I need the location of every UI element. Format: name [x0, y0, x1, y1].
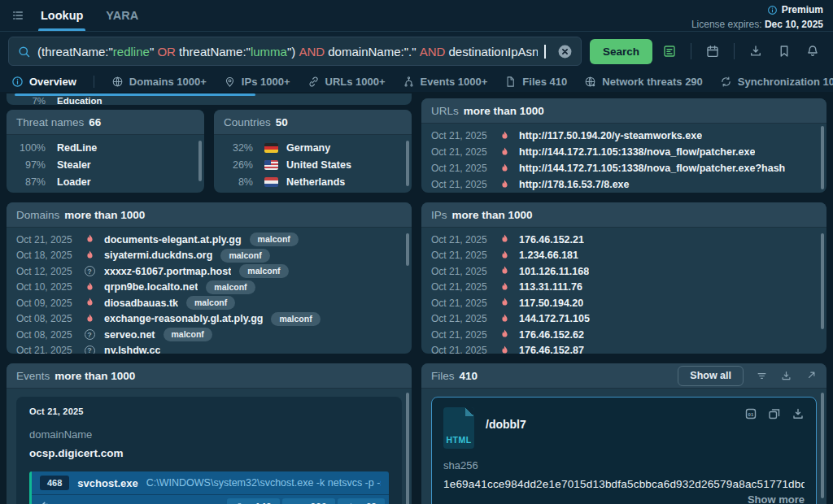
feed-value[interactable]: 117.50.194.20 [519, 298, 583, 309]
clipped-row-percent: 7% [16, 96, 46, 105]
tab-yara[interactable]: YARA [106, 0, 138, 31]
nav-tab-ips[interactable]: IPs 1000+ [224, 76, 290, 88]
show-all-button[interactable]: Show all [678, 366, 744, 386]
feed-row[interactable]: Oct 21, 2025 documents-elegant.at.ply.gg… [7, 232, 412, 248]
feed-row[interactable]: Oct 21, 2025 113.31.111.76 [421, 280, 826, 296]
process-stat-chip[interactable]: 330 [282, 498, 335, 504]
globe-icon [111, 76, 124, 88]
feed-row[interactable]: Oct 21, 2025 http://178.16.53.7/8.exe [421, 176, 826, 193]
feed-value[interactable]: http://144.172.71.105:1338/nova_flow/pat… [519, 146, 755, 158]
search-query[interactable]: (threatName:"redline" OR threatName:"lum… [37, 45, 538, 59]
feed-value[interactable]: qrpn9be.localto.net [104, 281, 198, 293]
feed-row[interactable]: Oct 21, 2025 117.50.194.20 [421, 295, 826, 311]
filter-icon[interactable] [756, 370, 768, 382]
feed-value[interactable]: 113.31.111.76 [519, 281, 582, 293]
calendar-icon[interactable] [705, 44, 720, 59]
download-icon[interactable] [780, 370, 792, 382]
threat-name-row[interactable]: 87% Loader [7, 173, 204, 190]
process-stat-chip[interactable]: 69 [338, 498, 385, 504]
clear-search-icon[interactable] [557, 44, 573, 59]
scrollbar-thumb[interactable] [821, 233, 824, 329]
menu-icon[interactable] [11, 9, 24, 22]
feed-value[interactable]: http://117.50.194.20/y-steamworks.exe [519, 130, 702, 141]
threat-name-row[interactable]: 100% RedLine [7, 139, 204, 156]
threat-name-row[interactable]: 97% Stealer [7, 156, 204, 173]
process-stat-chip[interactable]: 148 [227, 498, 280, 504]
nav-tab-domains[interactable]: Domains 1000+ [111, 76, 207, 88]
nav-tab-files[interactable]: Files 410 [504, 76, 567, 88]
query-segment: AND [420, 45, 446, 59]
card-title: URLs [431, 105, 459, 117]
file-name[interactable]: /dobbl7 [486, 418, 526, 431]
feed-row[interactable]: Oct 21, 2025 ? ny.lshdw.cc [7, 343, 412, 354]
feed-row[interactable]: Oct 21, 2025 144.172.71.105 [421, 311, 826, 328]
nav-tab-overview[interactable]: Overview [11, 76, 76, 88]
tab-lookup[interactable]: Lookup [41, 0, 83, 31]
file-result-panel[interactable]: HTML /dobbl7 01 sha256 1e69a41cce984dd2e… [431, 397, 817, 504]
scrollbar-thumb[interactable] [821, 126, 824, 189]
hash-copy-icon[interactable]: 01 [744, 407, 757, 420]
event-entry[interactable]: Oct 21, 2025 domainName ocsp.digicert.co… [16, 397, 402, 504]
search-input[interactable]: (threatName:"redline" OR threatName:"lum… [8, 37, 582, 66]
feed-value[interactable]: 101.126.11.168 [519, 266, 589, 277]
feed-row[interactable]: Oct 21, 2025 1.234.66.181 [421, 248, 826, 264]
query-builder-icon[interactable] [662, 44, 677, 59]
feed-row[interactable]: Oct 21, 2025 http://144.172.71.105:1338/… [421, 160, 826, 176]
threat-name-row[interactable]: 74% Amadey [7, 190, 204, 193]
feed-value[interactable]: http://144.172.71.105:1338/nova_flow/pat… [519, 163, 785, 174]
feed-row[interactable]: Oct 21, 2025 176.46.152.21 [421, 232, 826, 248]
feed-row[interactable]: Oct 21, 2025 176.46.152.62 [421, 327, 826, 343]
scrollbar-thumb[interactable] [406, 393, 409, 504]
feed-row[interactable]: Oct 08, 2025 ? serveo.net malconf [7, 327, 412, 343]
nav-tab-network-threats[interactable]: Network threats 290 [584, 76, 703, 88]
open-task-icon[interactable] [768, 407, 781, 420]
nav-tab-urls[interactable]: URLs 1000+ [307, 76, 386, 88]
bookmark-icon[interactable] [777, 44, 792, 59]
export-icon[interactable] [748, 44, 763, 59]
feed-value[interactable]: 1.234.66.181 [519, 250, 578, 261]
feed-value[interactable]: diosadbauas.tk [104, 298, 178, 309]
notifications-icon[interactable] [805, 44, 820, 59]
scrollbar-thumb[interactable] [198, 141, 202, 181]
feed-row[interactable]: Oct 21, 2025 http://144.172.71.105:1338/… [421, 144, 826, 160]
feed-value[interactable]: siyatermi.duckdns.org [104, 250, 212, 261]
country-row[interactable]: 5% Philippines [214, 190, 412, 193]
feed-value[interactable]: ny.lshdw.cc [104, 345, 160, 354]
feed-row[interactable]: Oct 21, 2025 176.46.152.87 [421, 343, 826, 354]
premium-info-icon[interactable] [767, 5, 778, 15]
country-row[interactable]: 32% Germany [214, 139, 412, 156]
feed-row[interactable]: Oct 12, 2025 ? xxxxz-61067.portmap.host … [7, 263, 412, 280]
download-file-icon[interactable] [792, 407, 805, 420]
card-count: more than 1000 [452, 209, 533, 221]
country-row[interactable]: 26% United States [214, 156, 412, 173]
feed-row[interactable]: Oct 10, 2025 qrpn9be.localto.net malconf [7, 280, 412, 296]
feed-row[interactable]: Oct 21, 2025 101.126.11.168 [421, 263, 826, 280]
scrollbar-thumb[interactable] [406, 233, 409, 266]
feed-value[interactable]: 176.46.152.62 [519, 329, 584, 341]
feed-row[interactable]: Oct 21, 2025 http://117.50.194.20/y-stea… [421, 128, 826, 144]
expand-icon[interactable] [805, 370, 817, 382]
country-row[interactable]: 8% Netherlands [214, 173, 412, 190]
feed-row[interactable]: Oct 18, 2025 siyatermi.duckdns.org malco… [7, 248, 412, 264]
feed-value[interactable]: http://178.16.53.7/8.exe [519, 179, 630, 190]
feed-value[interactable]: 144.172.71.105 [519, 313, 590, 324]
feed-value[interactable]: serveo.net [104, 329, 155, 341]
scrollbar-thumb[interactable] [406, 141, 409, 186]
process-row[interactable]: 468 svchost.exe C:\WINDOWS\system32\svch… [29, 471, 389, 504]
event-field-value[interactable]: ocsp.digicert.com [29, 447, 389, 459]
feed-value[interactable]: documents-elegant.at.ply.gg [104, 234, 242, 245]
feed-value[interactable]: 176.46.152.87 [519, 345, 584, 354]
feed-row[interactable]: Oct 08, 2025 exchange-reasonably.gl.at.p… [7, 311, 412, 328]
nav-tab-events[interactable]: Events 1000+ [403, 76, 488, 88]
nav-tab-synchronization[interactable]: Synchronization 1000+ [720, 76, 833, 88]
search-button[interactable]: Search [590, 39, 652, 64]
hash-value[interactable]: 1e69a41cce984dd2e1e7015d13bdfa5cbbca6d93… [443, 478, 805, 490]
show-more-link[interactable]: Show more [443, 493, 805, 504]
feed-value[interactable]: exchange-reasonably.gl.at.ply.gg [104, 313, 263, 324]
feed-value[interactable]: xxxxz-61067.portmap.host [104, 266, 231, 277]
swap-arrows-icon[interactable] [40, 501, 53, 504]
feed-value[interactable]: 176.46.152.21 [519, 234, 584, 245]
scrollbar-thumb[interactable] [821, 393, 824, 498]
threat-percent: 100% [16, 142, 46, 154]
feed-row[interactable]: Oct 09, 2025 diosadbauas.tk malconf [7, 295, 412, 311]
